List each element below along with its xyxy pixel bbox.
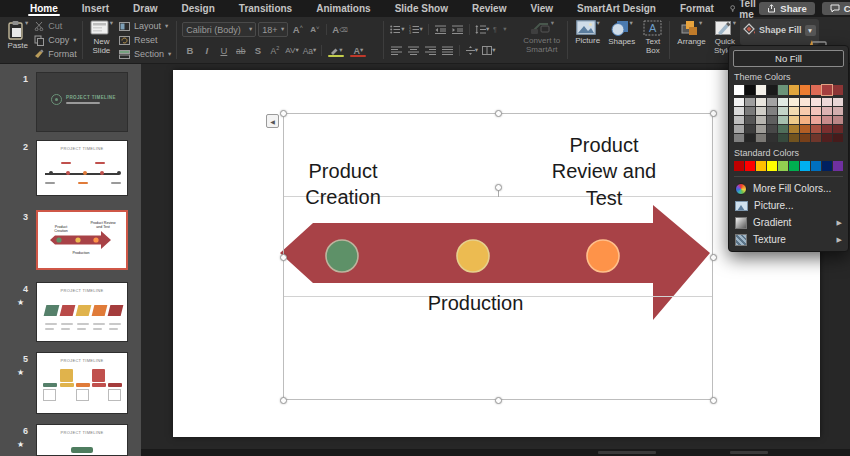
menu-tab-draw[interactable]: Draw: [121, 0, 169, 17]
theme-variant-swatch-6-0[interactable]: [800, 98, 810, 106]
theme-variant-swatch-2-3[interactable]: [756, 125, 766, 133]
theme-variant-swatch-5-1[interactable]: [789, 107, 799, 115]
standard-color-swatch-0[interactable]: [734, 161, 744, 171]
theme-variant-swatch-3-0[interactable]: [767, 98, 777, 106]
decrease-font-button[interactable]: A˅: [307, 22, 322, 37]
standard-color-swatch-6[interactable]: [800, 161, 810, 171]
char-spacing-button[interactable]: AV▾: [284, 43, 299, 58]
theme-variant-swatch-8-1[interactable]: [822, 107, 832, 115]
line-spacing-button[interactable]: ▾: [474, 22, 490, 37]
font-size-select[interactable]: 18+▾: [258, 22, 288, 37]
theme-variant-swatch-0-4[interactable]: [734, 134, 744, 142]
font-name-select[interactable]: Calibri (Body)▾: [182, 22, 256, 37]
theme-variant-swatch-1-4[interactable]: [745, 134, 755, 142]
theme-variant-swatch-4-2[interactable]: [778, 116, 788, 124]
theme-variant-swatch-2-2[interactable]: [756, 116, 766, 124]
section-button[interactable]: Section ▾: [119, 48, 171, 60]
tell-me[interactable]: Tell me: [730, 0, 759, 20]
theme-variant-swatch-0-2[interactable]: [734, 116, 744, 124]
align-center-button[interactable]: [406, 43, 421, 58]
menu-tab-view[interactable]: View: [518, 0, 565, 17]
slide-4-thumbnail[interactable]: PROJECT TIMELINE: [36, 282, 128, 342]
menu-tab-review[interactable]: Review: [460, 0, 518, 17]
slide-editing-surface[interactable]: Product Creation Product Review and Test…: [173, 70, 820, 437]
theme-variant-swatch-2-4[interactable]: [756, 134, 766, 142]
menu-tab-format[interactable]: Format: [668, 0, 726, 17]
theme-variant-swatch-9-0[interactable]: [833, 98, 843, 106]
theme-variant-swatch-5-4[interactable]: [789, 134, 799, 142]
bullets-button[interactable]: ▾: [389, 22, 405, 37]
shapes-button[interactable]: ▾ Shapes: [604, 17, 639, 63]
theme-variant-swatch-9-2[interactable]: [833, 116, 843, 124]
align-right-button[interactable]: [423, 43, 438, 58]
bold-button[interactable]: B: [182, 43, 197, 58]
handle-bottom-middle[interactable]: [495, 397, 502, 404]
theme-variant-swatch-3-3[interactable]: [767, 125, 777, 133]
slide-5-thumbnail[interactable]: PROJECT TIMELINE: [36, 352, 128, 414]
superscript-button[interactable]: A2: [267, 43, 282, 58]
paste-button[interactable]: ▾ Paste: [3, 17, 32, 63]
theme-color-swatch-8[interactable]: [822, 85, 832, 95]
smartart-text-pane-toggle[interactable]: ◀: [266, 114, 279, 128]
theme-variant-swatch-7-1[interactable]: [811, 107, 821, 115]
convert-to-smartart-button[interactable]: ▾ Convert to SmartArt: [519, 17, 564, 63]
more-fill-colors-option[interactable]: More Fill Colors...: [733, 180, 844, 197]
layout-button[interactable]: Layout ▾: [119, 20, 171, 32]
menu-tab-slide-show[interactable]: Slide Show: [383, 0, 460, 17]
theme-variant-swatch-3-4[interactable]: [767, 134, 777, 142]
handle-top-middle[interactable]: [495, 110, 502, 117]
handle-top-left[interactable]: [280, 110, 287, 117]
increase-font-button[interactable]: A˄: [290, 22, 305, 37]
theme-variant-swatch-4-0[interactable]: [778, 98, 788, 106]
handle-bottom-left[interactable]: [280, 397, 287, 404]
arrange-button[interactable]: ▾ Arrange: [673, 17, 709, 63]
step-label-product-review[interactable]: Product Review and Test: [539, 132, 669, 211]
menu-tab-animations[interactable]: Animations: [304, 0, 382, 17]
comments-button[interactable]: Comments: [822, 2, 850, 15]
theme-variant-swatch-5-3[interactable]: [789, 125, 799, 133]
slide-3-thumbnail[interactable]: Product Creation Product Review and Test…: [36, 210, 128, 270]
format-painter-button[interactable]: Format: [34, 48, 77, 60]
theme-variant-swatch-3-2[interactable]: [767, 116, 777, 124]
theme-color-swatch-6[interactable]: [800, 85, 810, 95]
strikethrough-button[interactable]: ab: [233, 43, 248, 58]
standard-color-swatch-1[interactable]: [745, 161, 755, 171]
theme-variant-swatch-0-3[interactable]: [734, 125, 744, 133]
theme-variant-swatch-6-3[interactable]: [800, 125, 810, 133]
theme-color-swatch-7[interactable]: [811, 85, 821, 95]
align-left-button[interactable]: [389, 43, 404, 58]
menu-tab-insert[interactable]: Insert: [70, 0, 121, 17]
theme-variant-swatch-4-3[interactable]: [778, 125, 788, 133]
theme-variant-swatch-7-3[interactable]: [811, 125, 821, 133]
italic-button[interactable]: I: [199, 43, 214, 58]
theme-variant-swatch-0-0[interactable]: [734, 98, 744, 106]
theme-variant-swatch-7-2[interactable]: [811, 116, 821, 124]
menu-tab-smartart-design[interactable]: SmartArt Design: [565, 0, 668, 17]
theme-variant-swatch-9-4[interactable]: [833, 134, 843, 142]
theme-variant-swatch-4-1[interactable]: [778, 107, 788, 115]
no-fill-option[interactable]: No Fill: [733, 50, 844, 67]
theme-variant-swatch-3-1[interactable]: [767, 107, 777, 115]
standard-color-swatch-7[interactable]: [811, 161, 821, 171]
text-box-button[interactable]: A Text Box: [639, 17, 666, 63]
theme-variant-swatch-8-2[interactable]: [822, 116, 832, 124]
theme-color-swatch-5[interactable]: [789, 85, 799, 95]
standard-color-swatch-8[interactable]: [822, 161, 832, 171]
copy-button[interactable]: Copy ▾: [34, 34, 77, 46]
standard-color-swatch-3[interactable]: [767, 161, 777, 171]
standard-color-swatch-9[interactable]: [833, 161, 843, 171]
theme-variant-swatch-7-4[interactable]: [811, 134, 821, 142]
theme-variant-swatch-6-4[interactable]: [800, 134, 810, 142]
new-slide-button[interactable]: ▾ New Slide: [86, 17, 117, 63]
rotate-handle[interactable]: [495, 184, 502, 191]
theme-color-swatch-4[interactable]: [778, 85, 788, 95]
theme-variant-swatch-7-0[interactable]: [811, 98, 821, 106]
clear-formatting-button[interactable]: A⌫: [331, 22, 348, 37]
theme-variant-swatch-9-3[interactable]: [833, 125, 843, 133]
theme-variant-swatch-1-2[interactable]: [745, 116, 755, 124]
slide-1-thumbnail[interactable]: PROJECT TIMELINE: [36, 72, 128, 132]
share-button[interactable]: Share: [759, 2, 814, 15]
handle-bottom-right[interactable]: [710, 397, 717, 404]
theme-variant-swatch-1-3[interactable]: [745, 125, 755, 133]
gradient-fill-option[interactable]: Gradient ▶: [733, 214, 844, 231]
